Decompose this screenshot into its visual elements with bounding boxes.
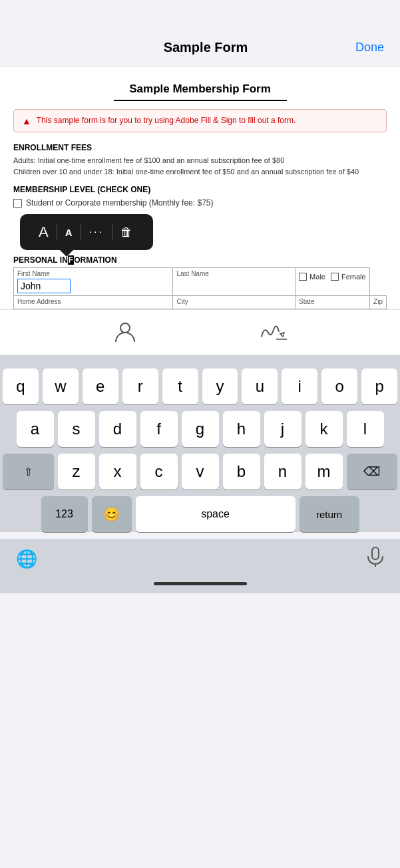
keyboard-row-4: 123 😊 space return [3, 496, 397, 532]
key-l[interactable]: l [347, 411, 384, 447]
small-a-button[interactable]: A [57, 224, 81, 241]
zip-label: Zip [373, 298, 383, 305]
key-z[interactable]: z [58, 454, 95, 490]
key-m[interactable]: m [305, 454, 343, 490]
person-icon-button[interactable] [113, 319, 137, 346]
bottom-extras-bar: 🌐 [0, 539, 400, 577]
female-option[interactable]: Female [331, 273, 366, 281]
last-name-label: Last Name [176, 270, 292, 277]
shift-key[interactable]: ⇧ [3, 454, 54, 490]
alert-text: This sample form is for you to try using… [37, 115, 296, 126]
numbers-key[interactable]: 123 [41, 496, 88, 532]
text-format-popup: A A ··· 🗑 [20, 214, 153, 250]
nav-bar: Sample Form Done [0, 0, 400, 67]
enrollment-body: Adults: Initial one-time enrollment fee … [13, 155, 387, 177]
first-name-label: First Name [17, 270, 169, 277]
key-o[interactable]: o [321, 368, 357, 404]
key-i[interactable]: i [282, 368, 317, 404]
keyboard-area: q w e r t y u i o p a s d f g h j k l ⇧ … [0, 355, 400, 532]
title-underline [114, 100, 287, 101]
microphone-icon[interactable] [367, 547, 384, 571]
membership-title: MEMBERSHIP LEVEL (CHECK ONE) [13, 185, 387, 194]
keyboard-row-2: a s d f g h j k l [3, 411, 397, 447]
key-x[interactable]: x [99, 454, 136, 490]
emoji-key[interactable]: 😊 [92, 496, 132, 532]
key-f[interactable]: f [140, 411, 178, 447]
key-r[interactable]: r [122, 368, 158, 404]
key-h[interactable]: h [223, 411, 260, 447]
key-y[interactable]: y [202, 368, 238, 404]
key-p[interactable]: p [361, 368, 397, 404]
done-button[interactable]: Done [355, 41, 384, 55]
backspace-key[interactable]: ⌫ [347, 454, 398, 490]
key-s[interactable]: s [58, 411, 95, 447]
key-c[interactable]: c [140, 454, 178, 490]
signature-icon-button[interactable] [258, 319, 287, 346]
page-title: Sample Form [164, 40, 248, 55]
alert-icon: ▲ [22, 116, 31, 126]
membership-checkbox[interactable] [13, 199, 22, 208]
keyboard-row-1: q w e r t y u i o p [3, 368, 397, 404]
personal-info-table: First Name John Last Name Male Female [13, 267, 387, 309]
male-option[interactable]: Male [299, 273, 325, 281]
form-title: Sample Membership Form [13, 82, 387, 96]
key-j[interactable]: j [264, 411, 301, 447]
keyboard-row-3: ⇧ z x c v b n m ⌫ [3, 454, 397, 490]
return-key[interactable]: return [300, 496, 359, 532]
key-n[interactable]: n [264, 454, 301, 490]
first-name-input[interactable]: John [17, 279, 71, 293]
membership-option1-row[interactable]: Student or Corporate membership (Monthly… [13, 198, 387, 208]
document-area: Sample Membership Form ▲ This sample for… [0, 67, 400, 309]
address-label: Home Address [17, 298, 169, 305]
key-v[interactable]: v [182, 454, 219, 490]
key-d[interactable]: d [99, 411, 136, 447]
personal-info-title: PERSONAL INFORMATION [13, 255, 387, 265]
male-label: Male [309, 273, 325, 281]
female-label: Female [341, 273, 366, 281]
enrollment-title: ENROLLMENT FEES [13, 143, 387, 152]
large-a-button[interactable]: A [31, 221, 57, 243]
key-e[interactable]: e [83, 368, 118, 404]
key-q[interactable]: q [3, 368, 39, 404]
svg-rect-2 [372, 547, 379, 559]
home-bar [154, 582, 247, 585]
bottom-toolbar [0, 309, 400, 355]
home-indicator-bar [0, 577, 400, 593]
key-a[interactable]: a [17, 411, 54, 447]
key-t[interactable]: t [162, 368, 198, 404]
city-label: City [176, 298, 292, 305]
key-g[interactable]: g [182, 411, 219, 447]
more-options-button[interactable]: ··· [81, 223, 112, 241]
key-u[interactable]: u [242, 368, 278, 404]
key-w[interactable]: w [43, 368, 79, 404]
key-k[interactable]: k [305, 411, 343, 447]
space-key[interactable]: space [136, 496, 296, 532]
female-checkbox[interactable] [331, 273, 339, 281]
male-checkbox[interactable] [299, 273, 307, 281]
gender-radio-group: Male Female [299, 270, 366, 283]
alert-box: ▲ This sample form is for you to try usi… [13, 109, 387, 132]
globe-icon[interactable]: 🌐 [16, 549, 37, 569]
membership-option1-label: Student or Corporate membership (Monthly… [26, 198, 213, 208]
key-b[interactable]: b [223, 454, 260, 490]
state-label: State [299, 298, 366, 305]
delete-button[interactable]: 🗑 [112, 223, 140, 242]
svg-point-0 [120, 323, 130, 333]
